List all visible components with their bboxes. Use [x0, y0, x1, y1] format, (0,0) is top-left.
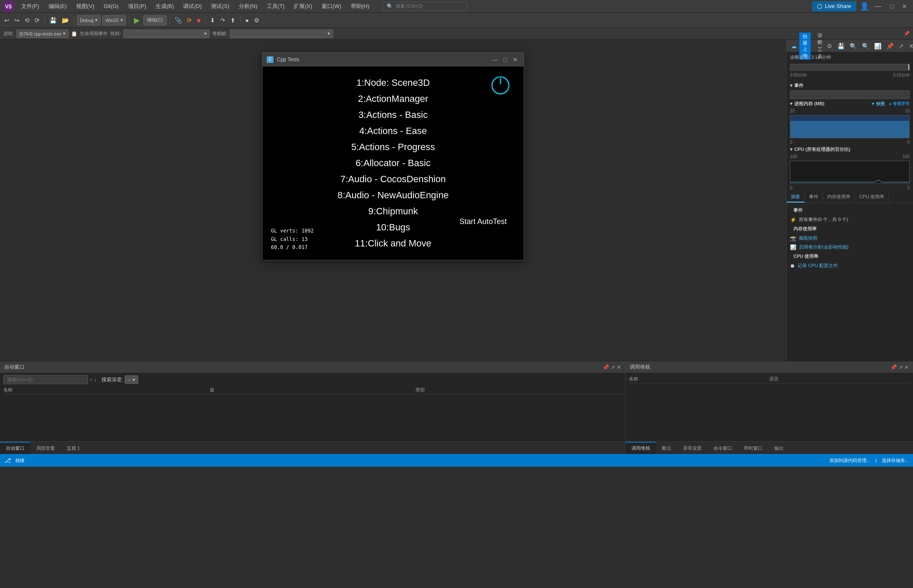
- tab-watch1[interactable]: 监视 1: [61, 442, 86, 454]
- step-into-icon[interactable]: ⬇: [208, 16, 217, 25]
- pin-diag-icon[interactable]: 📌: [885, 42, 895, 50]
- pin-icon[interactable]: 📌: [904, 31, 910, 36]
- restart-icon[interactable]: ⟳: [185, 16, 194, 25]
- search-dir-up-icon[interactable]: ↑: [90, 377, 92, 383]
- pin-auto-icon[interactable]: 📌: [603, 364, 609, 370]
- pin-callstack-icon[interactable]: 📌: [891, 364, 897, 370]
- close-callstack-icon[interactable]: ✕: [905, 364, 909, 370]
- gl-verts: GL verts: 1092: [271, 227, 314, 235]
- callstack-dropdown[interactable]: ▾: [230, 30, 333, 38]
- debug-config-dropdown[interactable]: Debug ▾: [77, 15, 101, 25]
- forward-icon[interactable]: ↪: [13, 16, 21, 25]
- tab-summary[interactable]: 摘要: [787, 192, 805, 202]
- events-bar: [790, 90, 910, 99]
- cpu-record-icon: ⏺: [790, 263, 795, 269]
- tab-immediate-window[interactable]: 即时窗口: [738, 442, 768, 454]
- menu-item-2[interactable]: 3:Actions - Basic: [271, 107, 515, 123]
- cpp-close-button[interactable]: ✕: [511, 55, 519, 64]
- redo-icon[interactable]: ⟳: [33, 16, 41, 25]
- cloud-icon: ☁: [791, 43, 797, 49]
- timeline-bar[interactable]: [790, 64, 910, 71]
- menu-analyze[interactable]: 分析(N): [235, 1, 262, 12]
- tab-output[interactable]: 输出: [768, 442, 790, 454]
- start-autotest-button[interactable]: Start AutoTest: [459, 217, 507, 226]
- tab-command-window[interactable]: 命令窗口: [708, 442, 738, 454]
- cpp-minimize-button[interactable]: —: [491, 55, 499, 64]
- tab-breakpoints[interactable]: 断点: [656, 442, 677, 454]
- menu-edit[interactable]: 编辑(E): [44, 1, 71, 12]
- tab-local-vars[interactable]: 局部变量: [30, 442, 61, 454]
- tab-events[interactable]: 事件: [805, 192, 823, 202]
- menu-file[interactable]: 文件(F): [17, 1, 44, 12]
- menu-help[interactable]: 帮助(H): [347, 1, 374, 12]
- undock-callstack-icon[interactable]: ↗: [899, 364, 903, 370]
- tab-memory-usage[interactable]: 内存使用率: [823, 192, 855, 202]
- maximize-icon[interactable]: □: [888, 3, 896, 10]
- continue-button[interactable]: 继续(C): [143, 15, 167, 25]
- menu-view[interactable]: 视图(V): [72, 1, 98, 12]
- menu-extensions[interactable]: 扩展(X): [290, 1, 316, 12]
- step-out-icon[interactable]: ⬆: [229, 16, 237, 25]
- status-right: 添加到源代码管理... | 选择存储库...: [829, 457, 909, 464]
- menu-item-4[interactable]: 5:Actions - Progress: [271, 139, 515, 155]
- liveshare-button[interactable]: ⬡ Live Share: [812, 1, 856, 11]
- chart-icon[interactable]: 📊: [872, 42, 883, 50]
- back-icon[interactable]: ↩: [3, 16, 11, 25]
- stop-icon[interactable]: ■: [195, 16, 202, 25]
- cpp-window-icon: C: [267, 56, 273, 63]
- breakpoint-icon[interactable]: ●: [243, 16, 250, 25]
- menu-item-6[interactable]: 7:Audio - CocosDenshion: [271, 171, 515, 187]
- undock-auto-icon[interactable]: ↗: [611, 364, 615, 370]
- menu-git[interactable]: Git(G): [99, 1, 123, 11]
- menu-debug[interactable]: 调试(D): [179, 1, 206, 12]
- cpu-section[interactable]: ▾ CPU (所有处理器的百分比): [787, 145, 913, 154]
- menu-build[interactable]: 生成(B): [151, 1, 178, 12]
- menu-project[interactable]: 项目(P): [124, 1, 150, 12]
- undock-icon[interactable]: ↗: [897, 42, 905, 50]
- select-storage-btn[interactable]: 选择存储库...: [882, 457, 909, 464]
- cpu-record-btn[interactable]: 记录 CPU 配置文件: [798, 263, 838, 269]
- zoom-out-icon[interactable]: 🔍: [860, 42, 871, 50]
- open-file-icon[interactable]: 📂: [60, 16, 71, 25]
- menu-item-3[interactable]: 4:Actions - Ease: [271, 123, 515, 139]
- more-icon[interactable]: ⚙: [252, 16, 261, 25]
- minimize-icon[interactable]: —: [872, 3, 884, 10]
- settings-icon[interactable]: ⚙: [825, 42, 834, 50]
- zoom-in-icon[interactable]: 🔍: [848, 42, 858, 50]
- menu-item-7[interactable]: 8:Audio - NewAudioEngine: [271, 187, 515, 203]
- callstack-table-header: 名称 语言: [629, 375, 910, 383]
- thread-dropdown[interactable]: ▾: [123, 30, 210, 38]
- tab-auto-window[interactable]: 自动窗口: [0, 442, 30, 454]
- tab-callstack[interactable]: 调用堆栈: [626, 442, 656, 454]
- heap-btn[interactable]: 启用堆分析(会影响性能): [799, 244, 848, 250]
- step-over-icon[interactable]: ↷: [219, 16, 227, 25]
- close-diag-icon[interactable]: ✕: [907, 42, 913, 50]
- attach-icon[interactable]: 📎: [173, 16, 183, 25]
- save-diag-icon[interactable]: 💾: [836, 42, 846, 50]
- memory-section[interactable]: ▾ 进程内存 (MB) ▼ 快照 ● 专用字节: [787, 99, 913, 109]
- cpp-maximize-button[interactable]: □: [501, 55, 509, 64]
- tab-exception-settings[interactable]: 异常设置: [677, 442, 708, 454]
- search-dir-down-icon[interactable]: ↓: [94, 377, 96, 383]
- menu-window[interactable]: 窗口(W): [317, 1, 346, 12]
- search-box[interactable]: 🔍 搜索 (Ctrl+Q): [383, 2, 467, 11]
- snapshot-btn[interactable]: 截取快照: [799, 235, 817, 241]
- save-icon[interactable]: 💾: [48, 16, 58, 25]
- start-debug-icon[interactable]: ▶: [132, 15, 142, 26]
- user-icon[interactable]: 👤: [860, 2, 869, 11]
- tab-cpu-usage[interactable]: CPU 使用率: [855, 192, 889, 202]
- menu-test[interactable]: 测试(S): [207, 1, 233, 12]
- close-icon[interactable]: ✕: [899, 3, 910, 10]
- platform-dropdown[interactable]: Win32 ▾: [102, 15, 126, 25]
- process-dropdown[interactable]: [6764] cpp-tests.exe ▾: [16, 30, 68, 38]
- add-source-btn[interactable]: 添加到源代码管理...: [829, 457, 870, 464]
- menu-item-1[interactable]: 2:ActionManager: [271, 91, 515, 107]
- auto-search-input[interactable]: [3, 375, 88, 384]
- search-depth-dropdown[interactable]: -- ▾: [125, 375, 138, 384]
- events-section[interactable]: ▾ 事件: [787, 81, 913, 90]
- close-auto-icon[interactable]: ✕: [617, 364, 621, 370]
- menu-item-0[interactable]: 1:Node: Scene3D: [271, 75, 515, 91]
- menu-item-5[interactable]: 6:Allocator - Basic: [271, 155, 515, 171]
- undo-icon[interactable]: ⟲: [23, 16, 31, 25]
- menu-tools[interactable]: 工具(T): [262, 1, 289, 12]
